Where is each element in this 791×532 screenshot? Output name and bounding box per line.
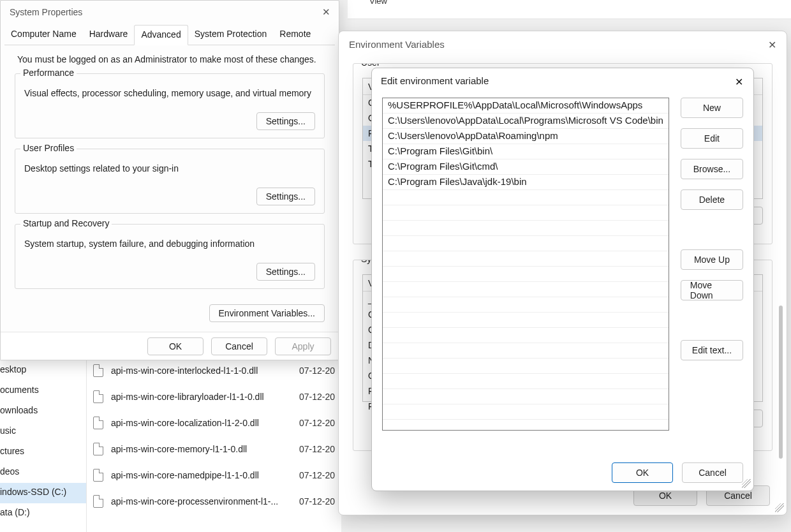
path-entry[interactable] xyxy=(383,374,669,389)
file-date: 07-12-20 xyxy=(299,470,335,480)
path-entry[interactable] xyxy=(383,190,669,205)
startup-recovery-desc: System startup, system failure, and debu… xyxy=(24,239,315,249)
explorer-view-tab[interactable]: View xyxy=(348,0,791,19)
edit-environment-variable-dialog: Edit environment variable ✕ %USERPROFILE… xyxy=(371,68,754,491)
user-profiles-group: User Profiles Desktop settings related t… xyxy=(15,149,325,214)
file-name: api-ms-win-core-interlocked-l1-1-0.dll xyxy=(111,366,299,376)
apply-button: Apply xyxy=(275,337,331,355)
path-entry[interactable] xyxy=(383,328,669,343)
file-date: 07-12-20 xyxy=(299,418,335,428)
scrollbar-thumb[interactable] xyxy=(779,306,783,459)
file-icon xyxy=(93,390,103,403)
path-entry[interactable]: C:\Users\lenovo\AppData\Roaming\npm xyxy=(383,129,669,144)
startup-recovery-settings-button[interactable]: Settings... xyxy=(256,263,315,281)
move-up-button[interactable]: Move Up xyxy=(681,249,743,270)
resize-grip-icon[interactable] xyxy=(775,503,784,512)
performance-desc: Visual effects, processor scheduling, me… xyxy=(24,88,315,98)
file-icon xyxy=(93,495,103,508)
window-title: Environment Variables ✕ xyxy=(339,31,787,59)
path-entry[interactable] xyxy=(383,343,669,358)
nav-item[interactable]: ownloads xyxy=(0,401,86,422)
close-icon[interactable]: ✕ xyxy=(762,35,781,54)
file-row[interactable]: api-ms-win-core-namedpipe-l1-1-0.dll07-1… xyxy=(87,462,341,488)
tab-computer-name[interactable]: Computer Name xyxy=(4,25,83,45)
path-entry[interactable] xyxy=(383,205,669,221)
nav-item[interactable]: ata (D:) xyxy=(0,503,86,524)
tab-system-protection[interactable]: System Protection xyxy=(188,25,274,45)
file-date: 07-12-20 xyxy=(299,392,335,402)
performance-settings-button[interactable]: Settings... xyxy=(256,112,315,130)
file-row[interactable]: api-ms-win-core-localization-l1-2-0.dll0… xyxy=(87,410,341,436)
file-name: api-ms-win-core-processenvironment-l1-..… xyxy=(111,496,299,506)
startup-recovery-legend: Startup and Recovery xyxy=(20,218,112,228)
path-entry[interactable] xyxy=(383,282,669,297)
ok-button[interactable]: OK xyxy=(612,462,673,483)
path-entry[interactable]: C:\Program Files\Git\cmd\ xyxy=(383,159,669,175)
close-icon[interactable]: ✕ xyxy=(729,72,748,91)
path-entry[interactable] xyxy=(383,251,669,267)
nav-item[interactable]: ctures xyxy=(0,442,86,462)
explorer-file-list: api-ms-win-core-interlocked-l1-1-0.dll07… xyxy=(86,357,341,532)
file-row[interactable]: api-ms-win-core-interlocked-l1-1-0.dll07… xyxy=(87,357,341,383)
nav-item[interactable]: esktop xyxy=(0,360,86,381)
resize-grip-icon[interactable] xyxy=(742,479,751,488)
tab-remote[interactable]: Remote xyxy=(273,25,317,45)
path-entry[interactable] xyxy=(383,313,669,328)
file-row[interactable]: api-ms-win-core-libraryloader-l1-1-0.dll… xyxy=(87,383,341,410)
file-name: api-ms-win-core-libraryloader-l1-1-0.dll xyxy=(111,392,299,402)
path-entry[interactable]: C:\Program Files\Git\bin\ xyxy=(383,144,669,159)
performance-legend: Performance xyxy=(20,68,77,78)
path-entry[interactable] xyxy=(383,236,669,251)
move-down-button[interactable]: Move Down xyxy=(681,280,743,300)
user-profiles-legend: User Profiles xyxy=(20,143,77,153)
cancel-button[interactable]: Cancel xyxy=(211,337,267,355)
path-entry[interactable]: C:\Users\lenovo\AppData\Local\Programs\M… xyxy=(383,114,669,129)
nav-item[interactable]: indows-SSD (C:) xyxy=(0,483,86,503)
file-date: 07-12-20 xyxy=(299,496,335,506)
cancel-button[interactable]: Cancel xyxy=(682,462,743,483)
dialog-title: Edit environment variable ✕ xyxy=(372,68,753,95)
edit-text-button[interactable]: Edit text... xyxy=(681,340,743,360)
nav-item[interactable]: usic xyxy=(0,422,86,442)
window-title: System Properties ✕ xyxy=(1,1,339,25)
nav-item[interactable]: ocuments xyxy=(0,381,86,401)
edit-button[interactable]: Edit xyxy=(681,128,743,149)
file-name: api-ms-win-core-memory-l1-1-0.dll xyxy=(111,444,299,454)
new-button[interactable]: New xyxy=(681,98,743,118)
file-date: 07-12-20 xyxy=(299,366,335,376)
file-name: api-ms-win-core-localization-l1-2-0.dll xyxy=(111,418,299,428)
ok-button[interactable]: OK xyxy=(147,337,203,355)
file-row[interactable]: api-ms-win-core-memory-l1-1-0.dll07-12-2… xyxy=(87,436,341,462)
path-entry[interactable]: %USERPROFILE%\AppData\Local\Microsoft\Wi… xyxy=(383,98,669,114)
path-entries-list[interactable]: %USERPROFILE%\AppData\Local\Microsoft\Wi… xyxy=(382,98,669,431)
path-entry[interactable] xyxy=(383,389,669,404)
performance-group: Performance Visual effects, processor sc… xyxy=(15,73,325,138)
file-icon xyxy=(93,469,103,482)
browse-button[interactable]: Browse... xyxy=(681,159,743,179)
user-profiles-settings-button[interactable]: Settings... xyxy=(256,188,315,205)
file-date: 07-12-20 xyxy=(299,444,335,454)
path-entry[interactable] xyxy=(383,297,669,313)
path-entry[interactable] xyxy=(383,404,669,420)
file-row[interactable]: api-ms-win-core-processenvironment-l1-..… xyxy=(87,488,341,514)
tab-advanced[interactable]: Advanced xyxy=(134,25,188,45)
delete-button[interactable]: Delete xyxy=(681,189,743,210)
path-entry[interactable] xyxy=(383,267,669,282)
close-icon[interactable]: ✕ xyxy=(317,3,335,21)
file-name: api-ms-win-core-namedpipe-l1-1-0.dll xyxy=(111,470,299,480)
system-properties-window: System Properties ✕ Computer NameHardwar… xyxy=(0,0,339,360)
tab-hardware[interactable]: Hardware xyxy=(83,25,135,45)
user-profiles-desc: Desktop settings related to your sign-in xyxy=(24,163,315,174)
path-entry[interactable] xyxy=(383,221,669,236)
user-variables-legend: User xyxy=(359,63,383,68)
environment-variables-button[interactable]: Environment Variables... xyxy=(209,304,325,322)
path-entry[interactable]: C:\Program Files\Java\jdk-19\bin xyxy=(383,175,669,190)
path-entry[interactable] xyxy=(383,358,669,374)
startup-recovery-group: Startup and Recovery System startup, sys… xyxy=(15,224,325,289)
file-icon xyxy=(93,364,103,377)
file-icon xyxy=(93,417,103,429)
file-icon xyxy=(93,443,103,455)
system-properties-tabs: Computer NameHardwareAdvancedSystem Prot… xyxy=(4,25,335,45)
explorer-nav-pane: esktopocumentsownloadsusiccturesdeosindo… xyxy=(0,360,86,532)
nav-item[interactable]: deos xyxy=(0,462,86,483)
